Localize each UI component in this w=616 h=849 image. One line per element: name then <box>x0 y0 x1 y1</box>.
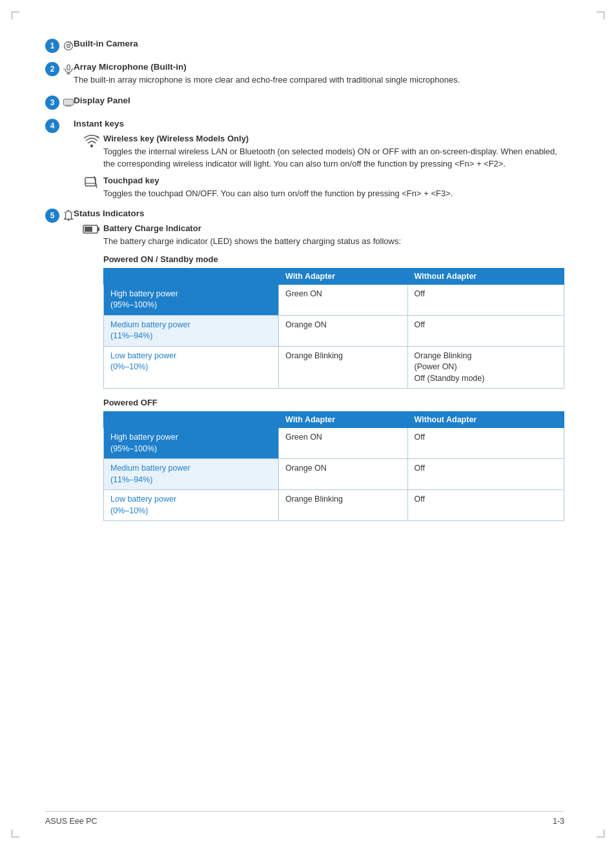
svg-rect-22 <box>85 227 92 232</box>
table-2-row-2-col-0: Low battery power(0%–10%) <box>104 490 279 521</box>
table-1-row-0-col-2: Off <box>407 284 564 315</box>
table-1-row-2: Low battery power(0%–10%) Orange Blinkin… <box>104 346 564 389</box>
svg-point-2 <box>68 45 68 46</box>
table-1-heading: Powered ON / Standby mode <box>103 254 564 264</box>
table-powered-off: Powered OFF With Adapter Without Adapter <box>103 398 564 521</box>
table-1-row-2-col-2: Orange Blinking(Power ON)Off (Standby mo… <box>407 346 564 389</box>
circle-5: 5 <box>45 209 59 223</box>
battery-charge-icon <box>83 224 101 234</box>
battery-indicator-desc: The battery charge indicator (LED) shows… <box>103 235 564 248</box>
footer-left: ASUS Eee PC <box>45 817 98 826</box>
table-1-col-1: With Adapter <box>278 268 407 284</box>
battery-section: Battery Charge Indicator The battery cha… <box>80 223 564 521</box>
svg-rect-21 <box>98 227 99 231</box>
touchpad-key-desc: Toggles the touchpad ON/OFF. You can als… <box>103 187 564 200</box>
sub-touchpad-content: Touchpad key Toggles the touchpad ON/OFF… <box>103 176 564 200</box>
mic-icon <box>63 62 74 76</box>
touchpad-key-icon <box>83 176 101 190</box>
table-1-row-1-col-2: Off <box>407 315 564 346</box>
table-2-col-0 <box>104 412 279 428</box>
svg-rect-15 <box>85 178 96 186</box>
wireless-key-icon <box>83 134 101 148</box>
table-2-row-2-col-2: Off <box>407 490 564 521</box>
item-2-title: Array Microphone (Built-in) <box>74 62 564 72</box>
table-2-row-0-col-2: Off <box>407 428 564 459</box>
circle-1: 1 <box>45 39 59 53</box>
item-3-content: Display Panel <box>74 96 564 105</box>
item-1-content: Built-in Camera <box>74 39 564 48</box>
svg-point-13 <box>90 144 93 147</box>
table-2-row-1-col-0: Medium battery power(11%–94%) <box>104 459 279 490</box>
item-4-content: Instant keys <box>74 119 564 200</box>
item-5-title: Status Indicators <box>74 209 564 218</box>
table-1-row-1-col-0: Medium battery power(11%–94%) <box>104 315 279 346</box>
svg-point-4 <box>70 43 72 44</box>
table-2-heading: Powered OFF <box>103 398 564 407</box>
item-2: 2 Array Microphone (Built-in) The built-… <box>45 62 564 87</box>
svg-line-19 <box>72 212 73 213</box>
main-content: 1 Built-in Camera 2 <box>45 39 564 521</box>
touchpad-key-title: Touchpad key <box>103 176 564 185</box>
item-5-content: Status Indicators Battery Charge Indicat… <box>74 209 564 521</box>
circle-3: 3 <box>45 96 59 110</box>
sub-wireless-content: Wireless key (Wireless Models Only) Togg… <box>103 134 564 170</box>
svg-point-14 <box>97 136 99 138</box>
table-1-row-1: Medium battery power(11%–94%) Orange ON … <box>104 315 564 346</box>
item-3-number: 3 <box>45 96 74 110</box>
table-1-row-1-col-1: Orange ON <box>278 315 407 346</box>
battery-text-content: Battery Charge Indicator The battery cha… <box>103 223 564 521</box>
item-3-title: Display Panel <box>74 96 564 105</box>
table-2-row-1-col-1: Orange ON <box>278 459 407 490</box>
display-icon <box>63 97 74 108</box>
circle-2: 2 <box>45 62 59 76</box>
table-2-row-1-col-2: Off <box>407 459 564 490</box>
table-2-row-0: High battery power(95%–100%) Green ON Of… <box>104 428 564 459</box>
footer-right: 1-3 <box>553 817 564 826</box>
table-2-row-2-col-1: Orange Blinking <box>278 490 407 521</box>
item-1-number: 1 <box>45 39 74 53</box>
corner-tl <box>12 12 19 19</box>
table-powered-on: Powered ON / Standby mode With Adapter W… <box>103 254 564 389</box>
corner-bl <box>12 830 19 837</box>
table-2-row-0-col-1: Green ON <box>278 428 407 459</box>
status-icon <box>63 209 74 223</box>
table-1-col-2: Without Adapter <box>407 268 564 284</box>
table-2-row-0-col-0: High battery power(95%–100%) <box>104 428 279 459</box>
touchpad-icon-container <box>80 176 103 190</box>
table-1: With Adapter Without Adapter High batter… <box>103 268 564 389</box>
table-2-row-1: Medium battery power(11%–94%) Orange ON … <box>104 459 564 490</box>
table-1-row-0: High battery power(95%–100%) Green ON Of… <box>104 284 564 315</box>
item-2-desc: The built-in array microphone is more cl… <box>74 74 564 87</box>
item-1-title: Built-in Camera <box>74 39 564 48</box>
table-2-col-2: Without Adapter <box>407 412 564 428</box>
item-2-content: Array Microphone (Built-in) The built-in… <box>74 62 564 87</box>
item-1: 1 Built-in Camera <box>45 39 564 53</box>
footer: ASUS Eee PC 1-3 <box>45 811 564 826</box>
battery-indicator-title: Battery Charge Indicator <box>103 223 564 233</box>
table-1-col-0 <box>104 268 279 284</box>
item-3: 3 Display Panel <box>45 96 564 110</box>
sub-item-wireless: Wireless key (Wireless Models Only) Togg… <box>80 134 564 170</box>
item-4-title: Instant keys <box>74 119 564 128</box>
svg-line-18 <box>64 212 65 213</box>
table-2: With Adapter Without Adapter High batter… <box>103 411 564 521</box>
svg-rect-5 <box>67 65 70 70</box>
circle-4: 4 <box>45 119 59 133</box>
battery-icon-container <box>80 223 103 234</box>
svg-rect-12 <box>65 100 72 105</box>
table-1-row-0-col-0: High battery power(95%–100%) <box>104 284 279 315</box>
item-2-number: 2 <box>45 62 74 76</box>
table-1-row-0-col-1: Green ON <box>278 284 407 315</box>
camera-icon <box>63 39 74 53</box>
table-2-col-1: With Adapter <box>278 412 407 428</box>
wireless-icon-container <box>80 134 103 148</box>
table-2-row-2: Low battery power(0%–10%) Orange Blinkin… <box>104 490 564 521</box>
page: 1 Built-in Camera 2 <box>0 0 616 849</box>
table-1-row-2-col-0: Low battery power(0%–10%) <box>104 346 279 389</box>
corner-br <box>597 830 604 837</box>
wireless-key-title: Wireless key (Wireless Models Only) <box>103 134 564 143</box>
sub-item-touchpad: Touchpad key Toggles the touchpad ON/OFF… <box>80 176 564 200</box>
table-1-row-2-col-1: Orange Blinking <box>278 346 407 389</box>
corner-tr <box>597 12 604 19</box>
item-5-number: 5 <box>45 209 74 223</box>
